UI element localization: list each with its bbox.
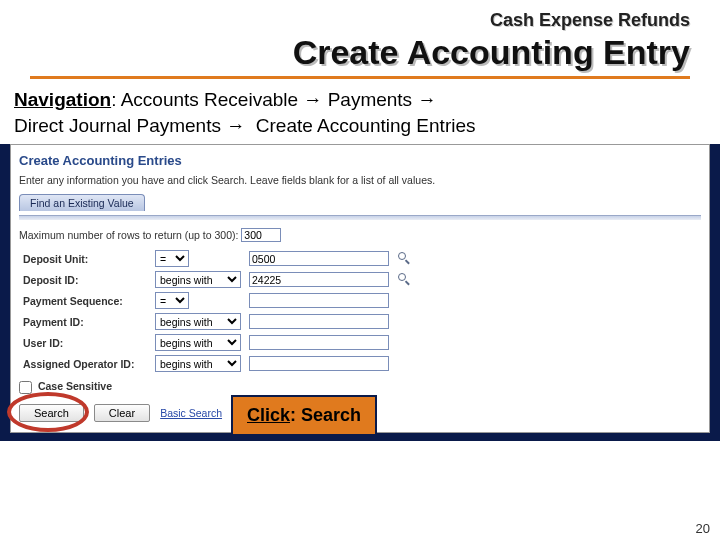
breadcrumb-part-2: Payments [328,89,412,110]
callout-prefix: Click [247,405,290,425]
callout: Click: Search [231,395,377,436]
input-deposit-unit[interactable] [249,251,389,266]
lookup-icon[interactable] [397,272,411,286]
tab-bar: Find an Existing Value [19,194,701,211]
arrow-icon: → [303,89,322,110]
input-user-id[interactable] [249,335,389,350]
input-payment-id[interactable] [249,314,389,329]
op-assigned-operator-id[interactable]: begins with [155,355,241,372]
instructions: Enter any information you have and click… [19,174,701,186]
callout-action: Search [301,405,361,425]
label-assigned-operator-id: Assigned Operator ID: [19,353,151,374]
label-payment-sequence: Payment Sequence: [19,290,151,311]
search-form: Deposit Unit: = Deposit ID: begins with … [19,248,415,374]
breadcrumb-label: Navigation [14,89,111,110]
op-user-id[interactable]: begins with [155,334,241,351]
app-frame: Create Accounting Entries Enter any info… [0,144,720,441]
kicker: Cash Expense Refunds [30,10,690,31]
lookup-icon[interactable] [397,251,411,265]
page-title: Create Accounting Entry [30,33,690,79]
label-user-id: User ID: [19,332,151,353]
breadcrumb-part-1: Accounts Receivable [121,89,298,110]
label-payment-id: Payment ID: [19,311,151,332]
label-deposit-unit: Deposit Unit: [19,248,151,269]
basic-search-link[interactable]: Basic Search [160,407,222,419]
op-deposit-id[interactable]: begins with [155,271,241,288]
app-page-title: Create Accounting Entries [19,153,701,168]
input-payment-sequence[interactable] [249,293,389,308]
tab-find-existing[interactable]: Find an Existing Value [19,194,145,211]
input-assigned-operator-id[interactable] [249,356,389,371]
input-deposit-id[interactable] [249,272,389,287]
op-payment-sequence[interactable]: = [155,292,189,309]
op-deposit-unit[interactable]: = [155,250,189,267]
case-sensitive-label: Case Sensitive [38,380,112,392]
case-sensitive-checkbox[interactable] [19,381,32,394]
breadcrumb-part-4: Create Accounting Entries [256,115,476,136]
search-button[interactable]: Search [19,404,84,422]
breadcrumb-part-3: Direct Journal Payments [14,115,221,136]
breadcrumb: Navigation: Accounts Receivable → Paymen… [0,79,720,144]
tab-underline [19,215,701,220]
op-payment-id[interactable]: begins with [155,313,241,330]
maxrows-input[interactable] [241,228,281,242]
label-deposit-id: Deposit ID: [19,269,151,290]
maxrows-label: Maximum number of rows to return (up to … [19,229,238,241]
clear-button[interactable]: Clear [94,404,150,422]
arrow-icon: → [226,115,245,136]
page-number: 20 [696,521,710,536]
arrow-icon: → [417,89,436,110]
